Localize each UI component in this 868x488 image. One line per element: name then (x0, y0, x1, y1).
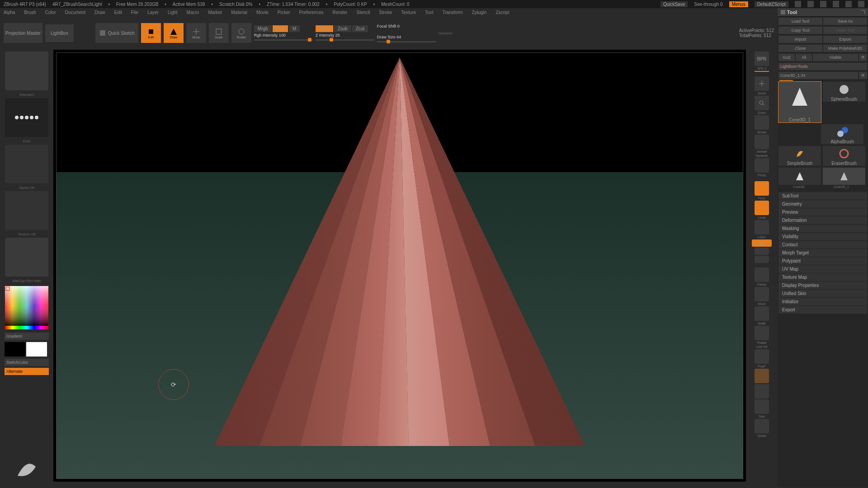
scale-mode-button[interactable]: Scale (209, 23, 229, 43)
quicksave-button[interactable]: QuickSave (660, 1, 688, 7)
ghost-button[interactable] (755, 384, 769, 399)
goz-r-button[interactable]: R (859, 54, 867, 61)
deformation-section[interactable]: Deformation (778, 216, 867, 224)
draw-mode-button[interactable]: Draw (164, 23, 184, 43)
tool-slot[interactable]: SphereBrush (823, 82, 865, 102)
projection-master-button[interactable]: Projection Master (4, 23, 42, 43)
secondary-color-swatch[interactable] (5, 342, 25, 357)
draw-size-slider[interactable]: Draw Size 64 (377, 35, 436, 39)
primary-color-swatch[interactable] (26, 342, 47, 357)
bpr-button[interactable]: BPR (755, 52, 769, 66)
rotate-nav-button[interactable] (755, 326, 769, 340)
focal-shift-slider[interactable]: Focal Shift 0 (377, 24, 436, 28)
menu-item[interactable]: Brush (24, 10, 36, 15)
tool-slot[interactable]: Cone3D_1 (778, 82, 821, 122)
menu-item[interactable]: Zscript (495, 10, 509, 15)
tool-slot[interactable]: AlphaBrush (821, 124, 863, 144)
menu-item[interactable]: Transform (442, 10, 462, 15)
scroll-button[interactable] (755, 76, 769, 91)
menu-item[interactable]: Color (45, 10, 56, 15)
menu-item[interactable]: Material (231, 10, 248, 15)
clone-button[interactable]: Clone (778, 45, 822, 52)
window-icon[interactable] (820, 1, 826, 7)
tool-name-r-button[interactable]: R (859, 72, 867, 79)
menu-item[interactable]: File (131, 10, 138, 15)
tool-slot[interactable]: SimpleBrush (778, 146, 821, 166)
spix-slider[interactable]: SPix 3 (757, 67, 766, 70)
frame-button[interactable] (755, 267, 769, 282)
export-section[interactable]: Export (778, 306, 867, 314)
seethrough-slider[interactable]: See-through 0 (694, 2, 722, 7)
z-intensity-slider[interactable]: Z Intensity 25 (316, 33, 374, 38)
tool-slot[interactable] (778, 168, 821, 185)
geometry-section[interactable]: Geometry (778, 200, 867, 208)
menu-item[interactable]: Layer (147, 10, 159, 15)
lightbox-tools-link[interactable]: Lightbox>Tools (778, 63, 867, 70)
import-button[interactable]: Import (778, 36, 822, 43)
displayprops-section[interactable]: Display Properties (778, 282, 867, 289)
menu-item[interactable]: Edit (114, 10, 122, 15)
alpha-slot[interactable] (5, 145, 48, 183)
viewport[interactable]: ⟳ (53, 50, 746, 482)
lightbox-button[interactable]: LightBox (45, 24, 74, 42)
lsym-button[interactable] (755, 220, 769, 235)
menu-item[interactable]: Alpha (4, 10, 15, 15)
menu-item[interactable]: Light (168, 10, 178, 15)
menu-item[interactable]: Preferences (299, 10, 324, 15)
save-as-button[interactable]: Save As (823, 18, 867, 25)
scale-nav-button[interactable] (755, 306, 769, 321)
aahalf-button[interactable] (755, 135, 769, 149)
uvmap-section[interactable]: UV Map (778, 265, 867, 273)
persp-button[interactable] (755, 158, 769, 173)
transp-button[interactable] (755, 369, 769, 383)
alternate-button[interactable]: Alternate (5, 368, 49, 375)
texture-slot[interactable] (5, 191, 48, 230)
menu-item[interactable]: Picker (278, 10, 290, 15)
polyf-button[interactable] (755, 349, 769, 364)
material-slot[interactable] (5, 238, 48, 277)
rgb-button[interactable]: Rgb (273, 25, 288, 32)
paste-tool-button[interactable]: Paste Tool (823, 27, 867, 34)
xyz-button[interactable]: Xyz (752, 239, 772, 247)
expand-icon[interactable] (861, 10, 865, 14)
menu-item[interactable]: Macro (187, 10, 199, 15)
solo-button[interactable] (755, 399, 769, 414)
mrgb-button[interactable]: Mrgb (254, 25, 272, 32)
polypaint-section[interactable]: Polypaint (778, 257, 867, 265)
menu-item[interactable]: Draw (94, 10, 105, 15)
zsub-button[interactable]: Zsub (334, 25, 351, 32)
defaultzscript-button[interactable]: DefaultZScript (755, 1, 788, 7)
masking-section[interactable]: Masking (778, 225, 867, 232)
menu-item[interactable]: Movie (256, 10, 269, 15)
menu-item[interactable]: Render (333, 10, 348, 15)
xpose-button[interactable] (755, 419, 769, 433)
menu-item[interactable]: Texture (401, 10, 416, 15)
goz-visible-button[interactable]: Visible (813, 54, 858, 61)
center-button[interactable] (755, 256, 769, 263)
menu-item[interactable]: Tool (425, 10, 433, 15)
window-icon[interactable] (807, 1, 814, 7)
menu-item[interactable]: Stroke (379, 10, 392, 15)
move-mode-button[interactable]: Move (186, 23, 206, 43)
goz-button[interactable]: GoZ (778, 54, 795, 61)
floor-button[interactable] (755, 181, 769, 196)
make-polymesh-button[interactable]: Make PolyMesh3D (823, 45, 867, 52)
rotate-mode-button[interactable]: Rotate (231, 23, 251, 43)
switchcolor-button[interactable]: SwitchColor (5, 359, 49, 366)
center-button[interactable] (755, 248, 769, 255)
edit-mode-button[interactable]: Edit (141, 23, 161, 43)
texturemap-section[interactable]: Texture Map (778, 273, 867, 281)
preview-section[interactable]: Preview (778, 208, 867, 216)
menus-button[interactable]: Menus (729, 1, 748, 7)
menu-item[interactable]: Marker (208, 10, 222, 15)
actual-button[interactable] (755, 115, 769, 130)
brush-slot[interactable] (5, 52, 48, 90)
rgb-intensity-slider[interactable]: Rgb Intensity 100 (254, 33, 313, 38)
zadd-button[interactable]: Zadd (316, 25, 333, 32)
tool-name-field[interactable]: Cone3D_1.34 (778, 72, 858, 79)
unifiedskin-section[interactable]: Unified Skin (778, 290, 867, 297)
copy-tool-button[interactable]: Copy Tool (778, 27, 822, 34)
local-button[interactable] (755, 201, 769, 215)
contact-section[interactable]: Contact (778, 241, 867, 249)
stroke-slot[interactable] (5, 98, 48, 137)
